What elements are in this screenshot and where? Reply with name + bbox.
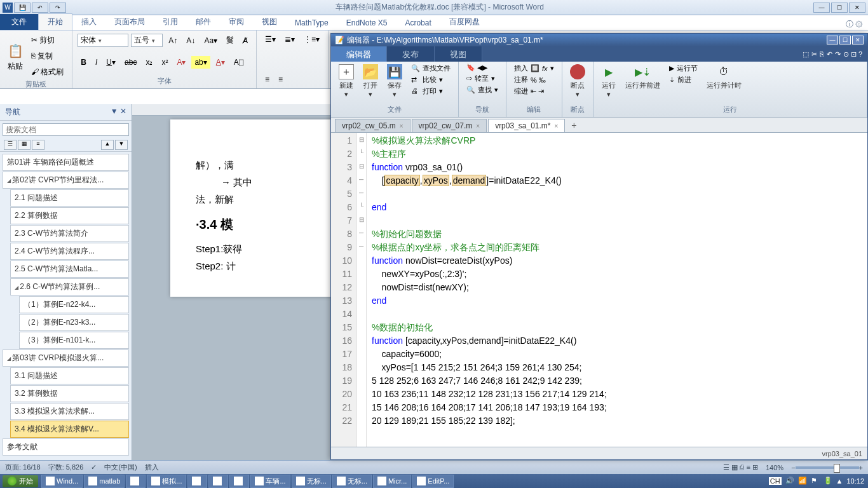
- insert-button[interactable]: 插入 🔲 fx ▾: [512, 63, 557, 74]
- nav-next[interactable]: ▼: [115, 140, 128, 150]
- nav-item[interactable]: 2.2 算例数据: [10, 207, 129, 224]
- nav-item[interactable]: 第02讲 CVRP节约里程法...: [3, 172, 129, 189]
- taskbar-item[interactable]: 无标...: [292, 475, 331, 488]
- qat-save[interactable]: 💾: [14, 3, 31, 13]
- maximize-button[interactable]: ☐: [831, 3, 848, 13]
- new-button[interactable]: ＋新建▾: [336, 63, 356, 100]
- nav-item[interactable]: 参考文献: [3, 438, 129, 456]
- taskbar-item[interactable]: 无标...: [332, 475, 372, 488]
- tab-endnote[interactable]: EndNote X5: [337, 16, 397, 30]
- highlight-button[interactable]: ab▾: [191, 56, 210, 69]
- tab-mathtype[interactable]: MathType: [286, 16, 337, 30]
- run-button[interactable]: ▶运行▾: [599, 63, 619, 100]
- nav-item[interactable]: （1）算例E-n22-k4...: [19, 296, 129, 313]
- clear-format[interactable]: A̸: [240, 34, 251, 47]
- matlab-qat-item[interactable]: ⎘: [820, 50, 824, 58]
- tab-review[interactable]: 审阅: [220, 14, 253, 30]
- add-tab-button[interactable]: +: [566, 118, 581, 132]
- status-lang[interactable]: 中文(中国): [104, 463, 137, 472]
- taskbar-item[interactable]: 车辆...: [250, 475, 290, 488]
- nav-item[interactable]: 3.4 模拟退火算法求解V...: [10, 421, 129, 438]
- font-name-combo[interactable]: 宋体: [78, 34, 128, 47]
- nav-view-headings[interactable]: ☰: [4, 140, 17, 150]
- paste-icon[interactable]: 📋: [5, 41, 25, 61]
- taskbar-item[interactable]: [208, 475, 228, 488]
- italic-button[interactable]: I: [92, 56, 100, 69]
- matlab-close[interactable]: ✕: [852, 36, 864, 44]
- nav-item[interactable]: 3.1 问题描述: [10, 367, 129, 384]
- matlab-tab-editor[interactable]: 编辑器: [331, 46, 387, 62]
- tray-expand[interactable]: ▲: [836, 477, 843, 485]
- nav-item[interactable]: 2.6 C-W节约算法算例...: [10, 278, 129, 295]
- file-tab[interactable]: vrp02_cw_07.m×: [412, 119, 487, 132]
- copy-button[interactable]: ⎘ 复制: [28, 49, 67, 64]
- font-size-combo[interactable]: 五号: [131, 34, 163, 47]
- save-button[interactable]: 💾保存▾: [384, 63, 405, 100]
- char-border[interactable]: A⎕: [231, 56, 247, 69]
- shrink-font[interactable]: A↓: [183, 34, 198, 47]
- strike-button[interactable]: abc: [121, 56, 140, 69]
- qat-undo[interactable]: ↶: [32, 3, 48, 13]
- breakpoints-button[interactable]: 断点▾: [567, 63, 588, 100]
- zoom-slider[interactable]: [796, 466, 859, 469]
- print-button[interactable]: 🖨打印 ▾: [409, 86, 453, 97]
- superscript-button[interactable]: x²: [158, 56, 171, 69]
- tray-icon[interactable]: 🔊: [785, 477, 794, 485]
- matlab-qat-help[interactable]: ⊙ ⊡ ?: [843, 50, 862, 58]
- tray-icon[interactable]: ⚑: [811, 477, 820, 485]
- nav-view-results[interactable]: ≡: [32, 140, 44, 150]
- matlab-qat-item[interactable]: ✂: [811, 50, 817, 58]
- find-button[interactable]: 🔍 查找 ▾: [464, 85, 501, 95]
- status-words[interactable]: 字数: 5,826: [48, 463, 84, 472]
- matlab-tab-view[interactable]: 视图: [435, 46, 482, 62]
- view-buttons[interactable]: ☰ ▦ ⎙ ≡ ⊞: [723, 463, 758, 471]
- find-files-button[interactable]: 🔍查找文件: [409, 63, 453, 74]
- nav-tree[interactable]: 第01讲 车辆路径问题概述第02讲 CVRP节约里程法...2.1 问题描述2.…: [0, 152, 132, 460]
- tab-mail[interactable]: 邮件: [187, 14, 220, 30]
- nav-item[interactable]: 2.4 C-W节约算法程序...: [10, 243, 129, 260]
- run-time-button[interactable]: ⏱运行并计时: [704, 63, 744, 92]
- taskbar-item[interactable]: [229, 475, 249, 488]
- font-color-button[interactable]: A▾: [213, 56, 228, 69]
- file-tab[interactable]: vrp02_cw_05.m×: [335, 119, 410, 132]
- nav-item[interactable]: 2.5 C-W节约算法Matla...: [10, 261, 129, 278]
- nav-close-icon[interactable]: ▼ ✕: [111, 107, 126, 118]
- matlab-tab-publish[interactable]: 发布: [387, 46, 435, 62]
- open-button[interactable]: 📂打开▾: [360, 63, 381, 100]
- comment-button[interactable]: 注释 % ‰: [512, 74, 557, 85]
- nav-search-input[interactable]: [3, 123, 129, 136]
- align-left[interactable]: ≡: [262, 73, 273, 86]
- change-case[interactable]: Aa▾: [201, 34, 220, 47]
- tray-icon[interactable]: 🔋: [824, 477, 832, 485]
- system-tray[interactable]: CH 🔊 📶 ⚑ 🔋 ▲ 10:12: [765, 477, 868, 485]
- tab-baidu[interactable]: 百度网盘: [440, 14, 489, 30]
- zoom-in[interactable]: +: [859, 464, 863, 471]
- ribbon-help[interactable]: ⓘ ۞: [841, 19, 868, 30]
- matlab-qat-item[interactable]: ⬚: [803, 50, 809, 58]
- numbering[interactable]: ≣▾: [281, 33, 298, 46]
- tab-home[interactable]: 开始: [38, 13, 72, 30]
- goto-button[interactable]: 🔖 ◀▶: [464, 63, 501, 72]
- nav-prev[interactable]: ▲: [101, 140, 114, 150]
- taskbar-item[interactable]: EditP...: [412, 475, 454, 488]
- taskbar-item[interactable]: matlab: [84, 475, 125, 488]
- taskbar-item[interactable]: [126, 475, 146, 488]
- zoom-label[interactable]: 140%: [766, 464, 783, 471]
- minimize-button[interactable]: —: [813, 3, 830, 13]
- qat-redo[interactable]: ↷: [50, 3, 66, 13]
- cut-button[interactable]: ✂ 剪切: [28, 33, 67, 48]
- bullets[interactable]: ☰▾: [262, 33, 279, 46]
- close-button[interactable]: ✕: [849, 3, 865, 13]
- text-effects[interactable]: A▾: [173, 56, 189, 69]
- tab-insert[interactable]: 插入: [72, 14, 105, 30]
- multilevel[interactable]: ⋮≡▾: [301, 33, 323, 46]
- indent-button[interactable]: 缩进 ⇤ ⇥: [512, 86, 557, 97]
- subscript-button[interactable]: x₂: [142, 56, 156, 69]
- matlab-qat-item[interactable]: ↶: [827, 50, 832, 58]
- nav-view-pages[interactable]: ▦: [18, 140, 31, 150]
- align-center[interactable]: ≡: [275, 73, 286, 86]
- goto-dropdown[interactable]: ⇨ 转至 ▾: [464, 73, 501, 84]
- nav-item[interactable]: 2.1 问题描述: [10, 189, 129, 207]
- start-button[interactable]: 开始: [3, 475, 38, 487]
- compare-button[interactable]: ⇄比较 ▾: [409, 74, 453, 85]
